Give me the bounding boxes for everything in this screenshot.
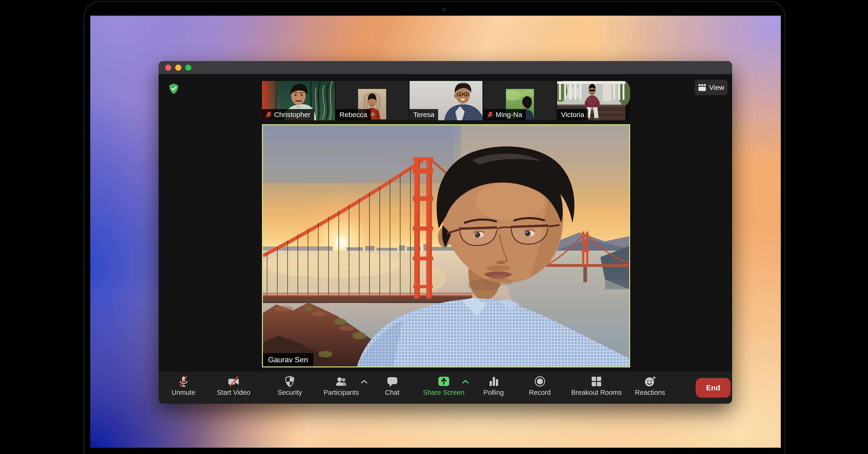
grid-view-icon — [698, 84, 706, 91]
record-icon — [533, 375, 546, 388]
toolbar-label: Record — [529, 389, 551, 396]
chat-button[interactable]: Chat — [385, 374, 399, 396]
meeting-toolbar: Unmute Start Video — [159, 372, 732, 404]
view-button-label: View — [709, 84, 724, 91]
window-titlebar — [159, 61, 732, 74]
participant-name-badge: Christopher — [262, 109, 314, 120]
participant-name: Ming-Na — [496, 111, 522, 119]
end-button-label: End — [706, 384, 720, 392]
toolbar-label: Polling — [483, 389, 504, 396]
toolbar-label: Participants — [323, 389, 359, 396]
share-screen-chevron-up-icon[interactable] — [462, 380, 469, 384]
participant-name: Victoria — [561, 111, 584, 119]
camera-muted-icon — [227, 375, 240, 388]
unmute-button[interactable]: Unmute — [172, 374, 195, 396]
participant-name: Christopher — [274, 111, 310, 119]
toolbar-label: Reactions — [635, 389, 665, 396]
reactions-button[interactable]: Reactions — [635, 374, 665, 396]
participant-name: Rebecca — [340, 111, 367, 119]
participant-name-badge: Ming-Na — [484, 109, 526, 120]
reactions-icon — [644, 375, 656, 388]
record-button[interactable]: Record — [529, 374, 551, 396]
webcam-dot — [442, 8, 445, 11]
muted-mic-icon — [266, 111, 272, 118]
participant-tile-rebecca[interactable]: Rebecca — [336, 81, 409, 120]
participant-name-badge: Teresa — [409, 109, 438, 120]
desktop-wallpaper: View — [90, 16, 781, 448]
participants-button[interactable]: Participants — [323, 374, 359, 396]
participants-icon — [335, 375, 348, 388]
laptop-frame: View — [84, 1, 785, 454]
fullscreen-button[interactable] — [185, 65, 191, 71]
participants-chevron-up-icon[interactable] — [361, 380, 368, 384]
zoom-meeting-window: View — [159, 61, 732, 404]
participant-name: Teresa — [413, 111, 434, 119]
microphone-muted-icon — [177, 375, 190, 388]
toolbar-label: Unmute — [172, 389, 195, 396]
breakout-rooms-icon — [590, 375, 603, 388]
participant-tile-victoria[interactable]: Victoria — [557, 81, 630, 120]
active-speaker-name-badge: Gaurav Sen — [263, 353, 313, 366]
minimize-button[interactable] — [175, 65, 181, 71]
participant-name-badge: Rebecca — [336, 109, 371, 120]
participant-tile-teresa[interactable]: Teresa — [409, 81, 483, 120]
participant-tile-ming-na[interactable]: Ming-Na — [484, 81, 556, 120]
close-button[interactable] — [165, 65, 171, 71]
polling-icon — [487, 375, 500, 388]
toolbar-label: Start Video — [217, 389, 250, 396]
active-speaker-name: Gaurav Sen — [268, 356, 308, 364]
participant-filmstrip: Christopher — [262, 81, 630, 120]
toolbar-label: Share Screen — [423, 389, 464, 396]
breakout-rooms-button[interactable]: Breakout Rooms — [571, 374, 622, 396]
chat-icon — [386, 375, 399, 388]
participant-name-badge: Victoria — [557, 109, 588, 120]
end-meeting-button[interactable]: End — [695, 378, 731, 398]
toolbar-label: Security — [278, 389, 302, 396]
active-speaker-video[interactable]: Gaurav Sen — [262, 124, 630, 367]
view-button[interactable]: View — [695, 80, 727, 95]
participant-tile-christopher[interactable]: Christopher — [262, 81, 335, 120]
security-button[interactable]: Security — [278, 374, 302, 396]
meeting-content: View — [159, 74, 732, 404]
polling-button[interactable]: Polling — [483, 374, 504, 396]
security-shield-icon — [283, 375, 296, 388]
gaurav-video-feed — [263, 125, 629, 366]
share-screen-button[interactable]: Share Screen — [423, 374, 464, 396]
muted-mic-icon — [487, 111, 493, 118]
encryption-shield-icon[interactable] — [168, 83, 179, 95]
share-screen-icon — [437, 375, 450, 388]
toolbar-label: Breakout Rooms — [571, 389, 622, 396]
toolbar-label: Chat — [385, 389, 399, 396]
start-video-button[interactable]: Start Video — [217, 374, 250, 396]
